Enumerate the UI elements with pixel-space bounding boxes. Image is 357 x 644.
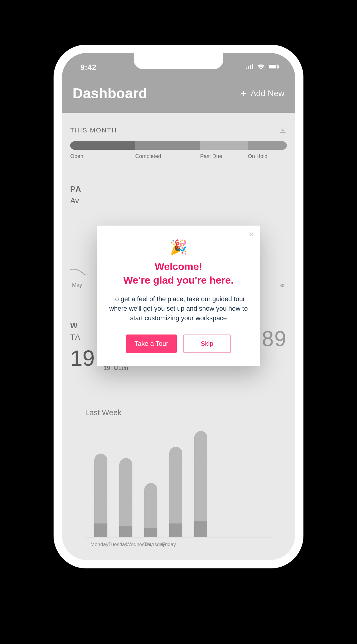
card-hint: PA Av (70, 185, 287, 205)
progress-label: On Hold (248, 153, 287, 160)
svg-rect-0 (246, 68, 247, 69)
modal-body: To get a feel of the place, take our gui… (109, 294, 248, 323)
chart-bar (169, 447, 182, 537)
progress-segment (70, 141, 135, 150)
add-new-label: Add New (250, 89, 284, 98)
download-icon[interactable] (279, 126, 287, 135)
status-time: 9:42 (73, 63, 96, 72)
party-icon: 🎉 (109, 239, 248, 256)
chart-label: Monday (90, 542, 104, 548)
card-hint-line1: PA (70, 185, 287, 194)
svg-rect-5 (269, 65, 276, 68)
progress-labels: OpenCompletedPast DueOn Hold (70, 153, 287, 160)
chart-bar (94, 454, 107, 537)
cellular-icon (246, 64, 254, 71)
progress-segment (200, 141, 248, 150)
page-title: Dashboard (73, 85, 147, 101)
modal-buttons: Take a Tour Skip (109, 334, 248, 353)
screen: 9:42 Dashboard ＋ Add New (62, 53, 295, 560)
svg-rect-1 (248, 66, 249, 69)
last-week-chart (85, 424, 272, 537)
chart-label: Friday (162, 542, 175, 548)
chart-bar (144, 483, 157, 537)
chart-bar (194, 431, 207, 537)
chart-label: Wednesday (126, 542, 139, 548)
close-icon[interactable]: ✕ (248, 231, 254, 238)
header: Dashboard ＋ Add New (73, 85, 284, 101)
month-progress: OpenCompletedPast DueOn Hold (70, 141, 287, 160)
modal-title-line2: We're glad you're here. (123, 274, 234, 286)
progress-label: Past Due (200, 153, 248, 160)
svg-rect-6 (278, 65, 279, 68)
chart-bar (119, 458, 132, 537)
progress-bar (70, 141, 287, 150)
plus-icon: ＋ (239, 87, 248, 99)
wifi-icon (257, 64, 265, 71)
modal-title: Welcome! We're glad you're here. (109, 260, 248, 287)
skip-button[interactable]: Skip (183, 334, 231, 353)
card-hint-line2: Av (70, 196, 287, 205)
svg-rect-3 (252, 64, 253, 69)
progress-label: Completed (135, 153, 200, 160)
svg-rect-2 (250, 65, 251, 69)
welcome-modal: ✕ 🎉 Welcome! We're glad you're here. To … (97, 226, 260, 366)
notch (134, 53, 223, 69)
axis-last: er (280, 282, 285, 288)
tasks-total: 19 (70, 346, 95, 371)
progress-segment (248, 141, 287, 150)
last-week-section: Last Week MondayTuesdayWednesdayThursday… (70, 408, 287, 548)
progress-label: Open (70, 153, 135, 160)
progress-segment (135, 141, 200, 150)
take-tour-button[interactable]: Take a Tour (126, 334, 176, 353)
modal-title-line1: Welcome! (155, 261, 202, 272)
add-new-button[interactable]: ＋ Add New (239, 87, 284, 99)
device-frame: 9:42 Dashboard ＋ Add New (54, 45, 303, 568)
status-icons (246, 64, 284, 71)
axis-first: May (72, 282, 82, 288)
last-week-labels: MondayTuesdayWednesdayThursdayFriday (85, 537, 272, 548)
last-week-title: Last Week (85, 408, 272, 417)
this-month-label: THIS MONTH (70, 126, 117, 134)
battery-icon (268, 64, 279, 71)
chart-label: Thursday (144, 542, 157, 548)
chart-label: Tuesday (108, 542, 121, 548)
